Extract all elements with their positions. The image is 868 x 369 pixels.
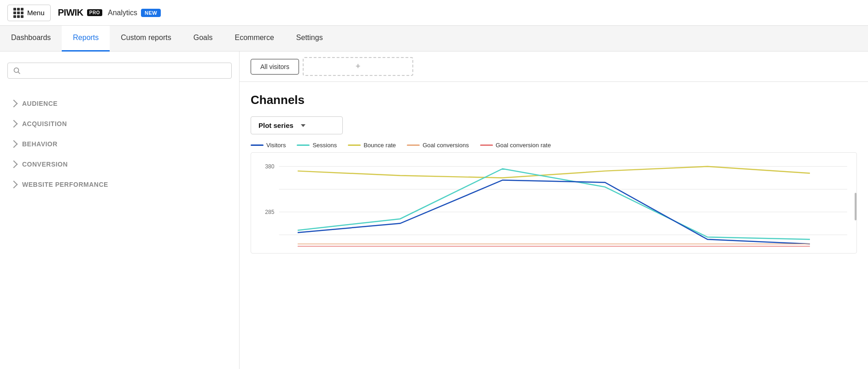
new-badge: NEW: [141, 9, 161, 17]
chart-legend: Visitors Sessions Bounce rate Goal conve…: [251, 142, 857, 149]
sessions-line-indicator: [297, 144, 310, 146]
sidebar-nav: AUDIENCE ACQUISITION BEHAVIOR CONVERSION…: [0, 93, 239, 195]
plot-series-dropdown[interactable]: Plot series: [251, 116, 343, 134]
acquisition-label: ACQUISITION: [22, 120, 67, 127]
piwik-logo: PIWIK: [58, 7, 83, 18]
legend-item-goal-conversions: Goal conversions: [407, 142, 469, 149]
svg-line-1: [18, 72, 20, 74]
website-performance-label: WEBSITE PERFORMANCE: [22, 181, 108, 188]
scrollbar[interactable]: [855, 193, 856, 220]
segment-tabs: All visitors +: [240, 52, 868, 82]
logo-area: PIWIK PRO Analytics NEW: [58, 7, 161, 18]
legend-item-sessions: Sessions: [297, 142, 337, 149]
legend-item-visitors: Visitors: [251, 142, 286, 149]
visitors-line-indicator: [251, 144, 264, 146]
dropdown-arrow-icon: [301, 124, 305, 127]
chart-container: Channels Plot series Visitors Sessions: [240, 82, 868, 254]
grid-icon: [13, 8, 23, 18]
nav-item-custom-reports[interactable]: Custom reports: [110, 26, 182, 52]
bounce-rate-line-indicator: [348, 144, 361, 146]
visitors-legend-label: Visitors: [266, 142, 286, 149]
nav-item-goals[interactable]: Goals: [182, 26, 224, 52]
nav-item-settings[interactable]: Settings: [285, 26, 334, 52]
sidebar-item-website-performance[interactable]: WEBSITE PERFORMANCE: [0, 174, 239, 195]
chevron-right-icon: [10, 181, 18, 189]
search-container: [0, 59, 239, 86]
nav-item-ecommerce[interactable]: Ecommerce: [223, 26, 285, 52]
sessions-legend-label: Sessions: [312, 142, 337, 149]
add-segment-button[interactable]: +: [303, 57, 413, 76]
chevron-right-icon: [10, 140, 18, 148]
goal-conversion-rate-legend-label: Goal conversion rate: [496, 142, 551, 149]
search-input[interactable]: [24, 67, 226, 75]
bounce-rate-legend-label: Bounce rate: [364, 142, 396, 149]
top-bar: Menu PIWIK PRO Analytics NEW: [0, 0, 868, 26]
menu-button[interactable]: Menu: [7, 5, 51, 21]
sidebar-item-behavior[interactable]: BEHAVIOR: [0, 134, 239, 154]
legend-item-bounce-rate: Bounce rate: [348, 142, 396, 149]
sidebar-item-acquisition[interactable]: ACQUISITION: [0, 114, 239, 134]
sidebar-item-audience[interactable]: AUDIENCE: [0, 93, 239, 114]
content-area: All visitors + Channels Plot series Visi…: [240, 52, 868, 369]
goal-conversions-legend-label: Goal conversions: [422, 142, 469, 149]
chevron-right-icon: [10, 161, 18, 168]
nav-bar: Dashboards Reports Custom reports Goals …: [0, 26, 868, 52]
goal-conversion-rate-line-indicator: [480, 144, 493, 146]
sidebar: AUDIENCE ACQUISITION BEHAVIOR CONVERSION…: [0, 52, 240, 369]
pro-badge: PRO: [87, 9, 102, 16]
chart-area: 380 285: [251, 152, 857, 254]
svg-text:380: 380: [265, 163, 275, 170]
page-title: Channels: [251, 93, 857, 107]
analytics-label: Analytics: [108, 9, 137, 17]
svg-text:285: 285: [265, 209, 275, 215]
menu-label: Menu: [27, 9, 45, 17]
main-layout: AUDIENCE ACQUISITION BEHAVIOR CONVERSION…: [0, 52, 868, 369]
nav-item-reports[interactable]: Reports: [62, 26, 110, 52]
audience-label: AUDIENCE: [22, 100, 58, 107]
legend-item-goal-conversion-rate: Goal conversion rate: [480, 142, 551, 149]
segment-tab-all-visitors[interactable]: All visitors: [251, 59, 299, 75]
chart-svg: 380 285: [251, 153, 856, 253]
sidebar-item-conversion[interactable]: CONVERSION: [0, 154, 239, 174]
behavior-label: BEHAVIOR: [22, 140, 58, 148]
plot-series-label: Plot series: [258, 121, 293, 129]
chevron-right-icon: [10, 100, 18, 108]
nav-item-dashboards[interactable]: Dashboards: [0, 26, 62, 52]
conversion-label: CONVERSION: [22, 161, 68, 168]
chevron-right-icon: [10, 120, 18, 128]
goal-conversions-line-indicator: [407, 144, 420, 146]
search-icon: [13, 67, 21, 75]
search-box[interactable]: [7, 63, 232, 79]
